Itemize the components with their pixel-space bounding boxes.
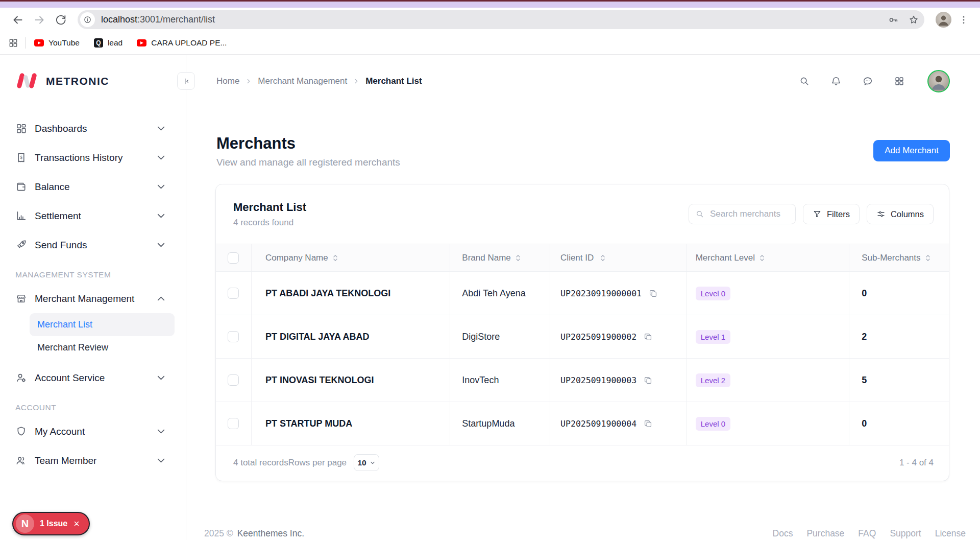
sidebar-item-merchant-management[interactable]: Merchant Management (15, 284, 175, 313)
bookmark-lead[interactable]: Qlead (94, 38, 122, 48)
app-root: METRONIC Dashboards $ Transactions Histo… (0, 55, 980, 540)
company-name: PT DIGITAL JAYA ABAD (265, 332, 370, 342)
column-header-company[interactable]: Company Name (252, 244, 450, 271)
records-found-label: 4 records found (233, 218, 306, 228)
lead-favicon: Q (94, 38, 103, 48)
sidebar-item-dashboards[interactable]: Dashboards (15, 114, 175, 143)
browser-profile-avatar[interactable] (936, 12, 951, 28)
copy-icon[interactable] (643, 375, 653, 385)
columns-button[interactable]: Columns (867, 204, 934, 224)
footer-year: 2025 © (204, 528, 233, 539)
row-checkbox[interactable] (228, 331, 239, 342)
close-icon[interactable] (73, 520, 80, 527)
row-checkbox[interactable] (228, 288, 239, 299)
footer-link-license[interactable]: License (935, 528, 966, 539)
column-header-merchant-level[interactable]: Merchant Level (687, 244, 850, 271)
add-merchant-button[interactable]: Add Merchant (873, 140, 950, 161)
passwords-key-icon[interactable] (888, 14, 899, 26)
sidebar-item-merchant-list[interactable]: Merchant List (30, 313, 175, 336)
sidebar-item-balance[interactable]: Balance (15, 172, 175, 201)
store-icon (15, 293, 27, 304)
bookmark-cara-upload[interactable]: CARA UPLOAD PE... (137, 38, 227, 48)
forward-icon[interactable] (33, 13, 46, 27)
sidebar-item-team-member[interactable]: Team Member (15, 446, 175, 475)
copy-icon[interactable] (648, 289, 658, 298)
chevron-down-icon (155, 210, 167, 222)
apps-grid-icon[interactable] (894, 76, 905, 87)
filters-button[interactable]: Filters (803, 204, 860, 224)
apps-grid-icon[interactable] (8, 38, 18, 48)
sidebar-item-settlement[interactable]: Settlement (15, 201, 175, 230)
sidebar-item-my-account[interactable]: My Account (15, 417, 175, 446)
sort-icon (925, 254, 930, 262)
sidebar-item-label: Merchant Management (35, 293, 134, 304)
breadcrumb-merchant-management[interactable]: Merchant Management (258, 76, 347, 86)
card-controls: Filters Columns (689, 204, 934, 224)
search-merchants-input[interactable] (709, 208, 789, 220)
reload-icon[interactable] (54, 13, 67, 27)
brand-name: InovTech (462, 375, 499, 386)
user-avatar[interactable] (927, 70, 950, 92)
merchant-level-badge: Level 0 (696, 417, 730, 431)
youtube-favicon (34, 39, 44, 46)
sidebar-item-merchant-review[interactable]: Merchant Review (30, 336, 175, 359)
user-gear-icon (15, 372, 27, 384)
footer-link-purchase[interactable]: Purchase (806, 528, 844, 539)
client-id: UP20230919000001 (560, 289, 642, 298)
bookmark-star-icon[interactable] (908, 14, 919, 26)
sidebar-item-account-service[interactable]: Account Service (15, 363, 175, 392)
sidebar-item-send-funds[interactable]: Send Funds (15, 230, 175, 260)
breadcrumb-home[interactable]: Home (216, 76, 239, 86)
bookmarks-divider (26, 37, 26, 49)
table-body: PT ABADI JAYA TEKNOLOGI Abdi Teh Ayena U… (216, 272, 949, 445)
sliders-icon (876, 209, 886, 219)
total-records-label: 4 total records (233, 458, 288, 468)
column-header-client-id[interactable]: Client ID (550, 244, 687, 271)
rocket-icon (15, 239, 27, 251)
bar-chart-icon (15, 210, 27, 222)
rows-per-page-label: Rows per page (288, 458, 347, 468)
row-checkbox[interactable] (228, 418, 239, 429)
page-subtitle: View and manage all registered merchants (216, 157, 400, 168)
chevron-down-icon (155, 372, 167, 384)
copy-icon[interactable] (643, 419, 653, 429)
sidebar-item-label: Account Service (35, 372, 105, 384)
search-icon[interactable] (799, 76, 810, 87)
column-header-sub-merchants[interactable]: Sub-Merchants (849, 244, 949, 271)
sidebar-item-transactions-history[interactable]: $ Transactions History (15, 143, 175, 172)
sidebar-item-label: Dashboards (35, 123, 87, 134)
notifications-bell-icon[interactable] (830, 76, 842, 87)
site-info-icon[interactable] (80, 12, 95, 27)
chevron-down-icon (155, 123, 167, 134)
column-header-brand[interactable]: Brand Name (450, 244, 550, 271)
sidebar: METRONIC Dashboards $ Transactions Histo… (0, 55, 186, 540)
footer-company-link[interactable]: Keenthemes Inc. (237, 528, 304, 539)
url-bar[interactable]: localhost:3001/merchant/list (78, 10, 924, 29)
search-icon (695, 209, 704, 219)
main-content: Home Merchant Management Merchant List M… (186, 55, 980, 540)
company-name: PT INOVASI TEKNOLOGI (265, 375, 374, 386)
footer-link-support[interactable]: Support (890, 528, 921, 539)
dev-issue-badge[interactable]: N 1 Issue (12, 512, 90, 535)
bookmarks-bar: YouTube Qlead CARA UPLOAD PE... (0, 32, 980, 55)
bookmark-youtube[interactable]: YouTube (34, 38, 80, 48)
sidebar-collapse-button[interactable] (177, 72, 195, 90)
footer-link-docs[interactable]: Docs (773, 528, 793, 539)
copy-icon[interactable] (643, 332, 653, 342)
chevron-down-icon (155, 181, 167, 193)
footer-link-faq[interactable]: FAQ (858, 528, 876, 539)
back-icon[interactable] (11, 13, 24, 27)
chat-icon[interactable] (862, 76, 873, 87)
breadcrumb-current: Merchant List (365, 76, 422, 86)
page-size-select[interactable]: 10 (354, 454, 379, 471)
browser-menu-icon[interactable] (959, 15, 969, 25)
select-all-checkbox[interactable] (228, 252, 239, 264)
dashboard-grid-icon (15, 123, 27, 134)
page-title: Merchants (216, 134, 296, 153)
screen: localhost:3001/merchant/list YouTube Qle… (0, 0, 980, 540)
merchant-search-box[interactable] (689, 204, 796, 224)
sidebar-item-label: Balance (35, 181, 70, 193)
row-checkbox[interactable] (228, 374, 239, 386)
sidebar-subitem-label: Merchant List (37, 319, 92, 330)
logo[interactable]: METRONIC (15, 72, 109, 90)
